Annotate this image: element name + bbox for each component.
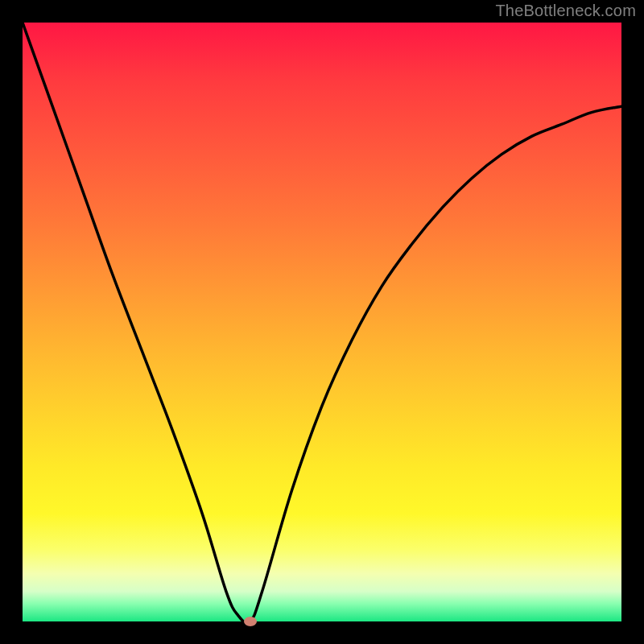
min-point-marker xyxy=(244,617,257,626)
chart-plot-area xyxy=(23,23,621,621)
chart-frame: TheBottleneck.com xyxy=(0,0,644,644)
bottleneck-curve xyxy=(23,23,621,621)
watermark-text: TheBottleneck.com xyxy=(495,2,636,20)
